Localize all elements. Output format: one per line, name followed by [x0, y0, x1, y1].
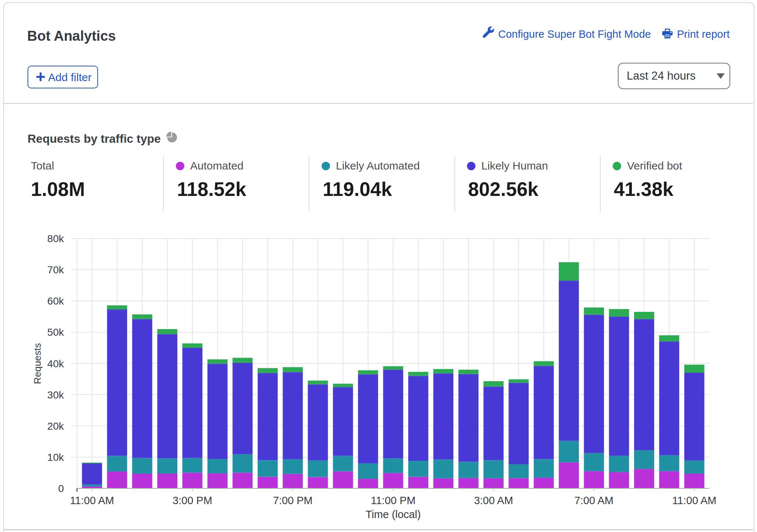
svg-text:20k: 20k	[47, 420, 64, 432]
svg-text:3:00 AM: 3:00 AM	[474, 495, 513, 506]
svg-text:0: 0	[58, 483, 64, 494]
svg-text:40k: 40k	[47, 358, 64, 369]
svg-text:10k: 10k	[47, 452, 64, 463]
svg-text:7:00 PM: 7:00 PM	[273, 495, 313, 506]
svg-text:Requests: Requests	[32, 343, 43, 384]
svg-text:50k: 50k	[47, 327, 64, 338]
svg-text:3:00 PM: 3:00 PM	[173, 495, 212, 506]
svg-text:70k: 70k	[47, 264, 64, 276]
svg-text:11:00 AM: 11:00 AM	[672, 495, 716, 506]
svg-text:60k: 60k	[47, 295, 64, 307]
svg-text:Time (local): Time (local)	[366, 509, 421, 520]
svg-text:80k: 80k	[47, 233, 64, 244]
svg-text:11:00 AM: 11:00 AM	[70, 495, 114, 506]
svg-text:30k: 30k	[47, 389, 64, 401]
svg-text:11:00 PM: 11:00 PM	[371, 495, 416, 506]
svg-text:7:00 AM: 7:00 AM	[575, 495, 613, 506]
